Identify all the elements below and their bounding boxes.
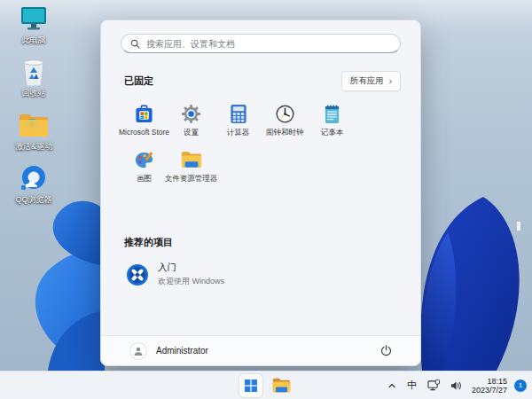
recommended-section-title: 推荐的项目: [124, 237, 173, 247]
recommended-item-title: 入门: [158, 262, 224, 274]
desktop-icon-label: 激活&驱动: [15, 142, 52, 151]
app-label: 画图: [137, 174, 152, 184]
desktop-icon-this-pc[interactable]: 此电脑: [5, 4, 62, 44]
pinned-apps-grid: Microsoft Store 设置: [101, 98, 420, 192]
search-input[interactable]: [146, 39, 391, 49]
app-label: Microsoft Store: [119, 128, 169, 137]
start-button[interactable]: [239, 374, 262, 397]
app-tile-settings[interactable]: 设置: [168, 100, 215, 146]
desktop-icon-recycle-bin[interactable]: 回收站: [5, 57, 62, 98]
recycle-bin-icon: [19, 57, 49, 87]
alarm-clock-icon: [275, 103, 296, 124]
recommended-item-get-started[interactable]: 入门 欢迎使用 Windows: [121, 258, 298, 291]
tray-chevron-up-icon[interactable]: [386, 379, 398, 392]
app-label: 记事本: [321, 128, 344, 138]
notepad-icon: [322, 103, 343, 124]
app-label: 计算器: [227, 128, 250, 138]
taskbar-file-explorer-button[interactable]: [270, 374, 293, 397]
file-explorer-folder-icon: [181, 149, 202, 170]
paint-palette-icon: [134, 149, 155, 170]
desktop-icon-label: QQ浏览器: [15, 195, 51, 204]
pinned-section-title: 已固定: [124, 74, 153, 88]
network-icon[interactable]: [426, 378, 442, 393]
folder-icon: [19, 110, 49, 140]
desktop-icon-activation-drivers[interactable]: 激活&驱动: [5, 110, 62, 151]
search-icon: [130, 39, 140, 49]
taskbar: 中 18:15 2023/7/27 1: [0, 371, 532, 399]
qq-browser-icon: [19, 163, 49, 193]
app-tile-paint[interactable]: 画图: [121, 146, 168, 192]
this-pc-icon: [19, 4, 49, 34]
app-tile-alarms-clock[interactable]: 闹钟和时钟: [262, 100, 309, 146]
user-name: Administrator: [156, 346, 208, 356]
taskbar-time: 18:15: [487, 377, 507, 386]
app-label: 文件资源管理器: [165, 174, 218, 184]
start-menu: 已固定 所有应用 › Microsoft Store: [100, 20, 421, 366]
all-apps-label: 所有应用: [350, 75, 384, 87]
avatar: [129, 342, 147, 360]
settings-gear-icon: [181, 103, 202, 124]
app-tile-notepad[interactable]: 记事本: [309, 100, 356, 146]
app-label: 设置: [184, 128, 199, 138]
desktop-icon-label: 此电脑: [22, 35, 46, 44]
microsoft-store-icon: [134, 103, 155, 124]
volume-icon[interactable]: [449, 379, 465, 393]
start-menu-footer: Administrator: [101, 335, 420, 365]
windows-logo-icon: [245, 379, 257, 392]
app-tile-microsoft-store[interactable]: Microsoft Store: [121, 100, 168, 146]
search-box: [121, 34, 401, 53]
recommended-item-subtitle: 欢迎使用 Windows: [158, 276, 224, 287]
file-explorer-folder-icon: [272, 378, 291, 393]
power-button[interactable]: [374, 340, 397, 363]
user-account-button[interactable]: Administrator: [124, 340, 214, 363]
desktop-icon-qq-browser[interactable]: QQ浏览器: [5, 163, 62, 204]
calculator-icon: [228, 103, 249, 124]
app-label: 闹钟和时钟: [266, 128, 304, 138]
notification-badge[interactable]: 1: [514, 379, 527, 392]
desktop-icon-list: 此电脑 回收站 激活&驱动: [5, 4, 62, 204]
ime-indicator[interactable]: 中: [405, 377, 419, 394]
get-started-icon: [126, 263, 149, 286]
taskbar-date: 2023/7/27: [472, 386, 507, 395]
chevron-right-icon: ›: [389, 78, 392, 85]
all-apps-button[interactable]: 所有应用 ›: [341, 71, 401, 91]
taskbar-clock[interactable]: 18:15 2023/7/27: [472, 377, 507, 395]
app-tile-file-explorer[interactable]: 文件资源管理器: [168, 146, 215, 192]
desktop-icon-label: 回收站: [22, 89, 46, 98]
app-tile-calculator[interactable]: 计算器: [215, 100, 262, 146]
